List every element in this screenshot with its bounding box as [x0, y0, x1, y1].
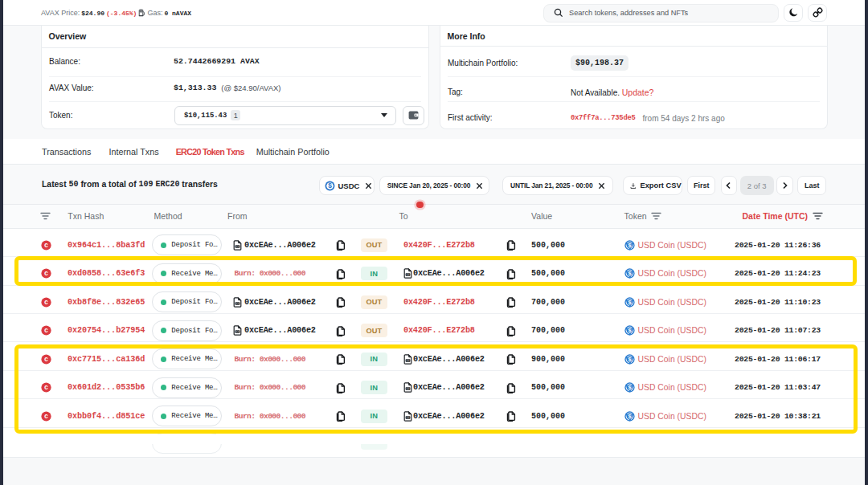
svg-text:$: $: [328, 181, 332, 190]
svg-text:<>: <>: [236, 330, 240, 333]
svg-text:<>: <>: [236, 245, 240, 248]
svg-text:<>: <>: [236, 302, 240, 305]
svg-text:c: c: [43, 299, 47, 307]
svg-text:c: c: [43, 328, 47, 336]
svg-text:c: c: [43, 242, 47, 250]
